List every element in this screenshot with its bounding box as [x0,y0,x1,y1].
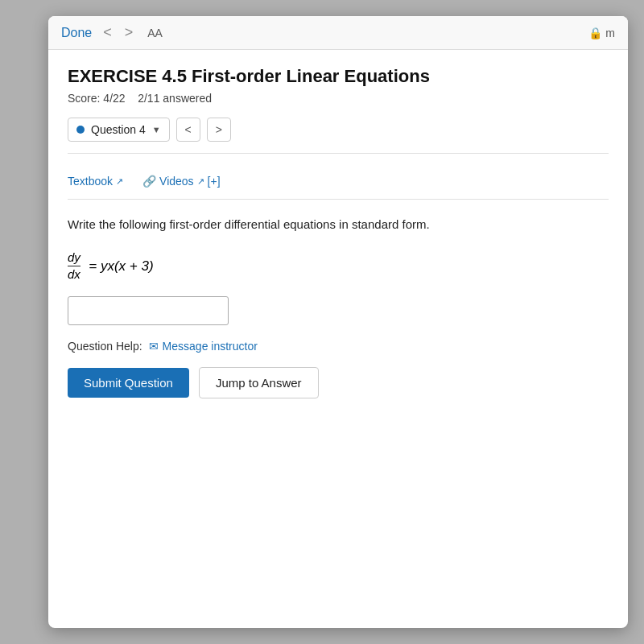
question-help-label: Question Help: [68,340,142,353]
aa-label[interactable]: AA [147,27,163,39]
dy-dx-fraction: dy dx [68,250,80,282]
question-dot [76,126,85,134]
resources-bar: Textbook ↗ 🔗 Videos ↗ [+] [68,167,609,200]
message-instructor-link[interactable]: ✉ Message instructor [149,340,258,353]
jump-to-answer-button[interactable]: Jump to Answer [199,367,319,398]
equation-rhs: = yx(x + 3) [89,258,153,273]
paperclip-icon: 🔗 [142,175,156,188]
done-button[interactable]: Done [61,26,92,40]
submit-question-button[interactable]: Submit Question [68,368,189,398]
question-label: Question 4 [91,123,146,136]
top-bar: Done < > AA 🔒 m [48,16,628,50]
action-buttons-row: Submit Question Jump to Answer [68,367,609,398]
exercise-title: EXERCISE 4.5 First-order Linear Equation… [68,66,609,87]
fraction-denominator: dx [68,267,80,282]
forward-arrow-button[interactable]: > [123,24,135,41]
question-instruction: Write the following first-order differen… [68,216,609,234]
score-value: Score: 4/22 [68,92,126,105]
question-prev-button[interactable]: < [176,118,200,142]
dropdown-caret-icon: ▼ [152,125,161,134]
question-help: Question Help: ✉ Message instructor [68,340,609,353]
fraction-numerator: dy [68,250,80,265]
question-dropdown[interactable]: Question 4 ▼ [68,118,170,142]
videos-label: Videos [159,175,194,188]
videos-plus-label: [+] [208,175,221,188]
content-area: EXERCISE 4.5 First-order Linear Equation… [48,50,628,415]
message-icon: ✉ [149,340,159,353]
textbook-label: Textbook [68,175,113,188]
videos-link[interactable]: 🔗 Videos ↗ [+] [142,175,221,188]
fraction-line [68,266,80,266]
videos-external-icon: ↗ [197,176,204,187]
back-arrow-button[interactable]: < [101,24,114,41]
equation-block: dy dx = yx(x + 3) [68,250,609,282]
question-selector-row: Question 4 ▼ < > [68,118,609,154]
score-line: Score: 4/22 2/11 answered [68,92,609,105]
textbook-link[interactable]: Textbook ↗ [68,175,123,188]
message-instructor-label: Message instructor [163,340,258,353]
textbook-external-icon: ↗ [116,176,123,187]
answered-label: 2/11 answered [138,92,212,105]
lock-icon: 🔒 m [588,27,615,39]
question-next-button[interactable]: > [207,118,231,142]
answer-input[interactable] [68,296,229,325]
